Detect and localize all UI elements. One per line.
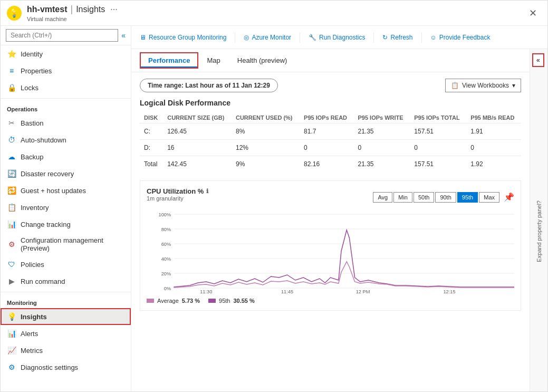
90th-button[interactable]: 90th xyxy=(435,192,456,203)
svg-text:11:30: 11:30 xyxy=(200,289,212,293)
sidebar-item-configuration-management[interactable]: ⚙ Configuration management (Preview) xyxy=(1,233,131,256)
sidebar-item-guest-host-updates[interactable]: 🔁 Guest + host updates xyxy=(1,182,131,199)
svg-text:12 PM: 12 PM xyxy=(356,289,370,293)
expand-panel-label: Expand property panel? xyxy=(536,200,542,262)
svg-text:0%: 0% xyxy=(164,286,171,291)
min-button[interactable]: Min xyxy=(393,192,412,203)
cpu-chart-area: 100% 80% 60% 40% 20% 0% 11:30 11:45 12 P… xyxy=(147,209,514,293)
max-button[interactable]: Max xyxy=(479,192,499,203)
cell-disk-c: C: xyxy=(140,123,163,140)
monitoring-section-label: Monitoring xyxy=(1,294,131,308)
policies-icon: 🛡 xyxy=(7,260,16,269)
provide-feedback-button[interactable]: ☺ Provide Feedback xyxy=(430,34,491,41)
cpu-chart-header: CPU Utilization % ℹ 1m granularity Avg M… xyxy=(147,187,514,207)
sidebar-item-change-tracking[interactable]: 📊 Change tracking xyxy=(1,216,131,233)
toolbar: 🖥 Resource Group Monitoring ◎ Azure Moni… xyxy=(131,26,547,49)
time-range-prefix: Time range: xyxy=(148,82,184,89)
legend-95th: 95th 30.55 % xyxy=(208,298,255,304)
95th-color-swatch xyxy=(208,299,216,303)
svg-text:12:15: 12:15 xyxy=(443,289,455,293)
disk-performance-section: Logical Disk Performance DISK CURRENT SI… xyxy=(131,99,530,180)
disk-performance-title: Logical Disk Performance xyxy=(140,99,521,107)
search-input[interactable] xyxy=(6,29,118,42)
tab-map[interactable]: Map xyxy=(198,51,228,70)
collapse-sidebar-button[interactable]: « xyxy=(121,31,126,40)
tab-performance[interactable]: Performance xyxy=(140,52,198,69)
refresh-icon: ↻ xyxy=(382,34,388,41)
cell-size-d: 16 xyxy=(163,140,232,156)
view-workbooks-button[interactable]: 📋 View Workbooks ▾ xyxy=(445,79,521,92)
azure-monitor-button[interactable]: ◎ Azure Monitor xyxy=(244,34,291,41)
tab-health[interactable]: Health (preview) xyxy=(229,51,296,70)
table-row: D: 16 12% 0 0 0 0 xyxy=(140,140,521,156)
sidebar-item-disaster-recovery[interactable]: 🔄 Disaster recovery xyxy=(1,165,131,182)
time-range-pill[interactable]: Time range: Last hour as of 11 Jan 12:29 xyxy=(140,79,278,92)
sidebar-item-inventory[interactable]: 📋 Inventory xyxy=(1,199,131,216)
resource-group-monitoring-button[interactable]: 🖥 Resource Group Monitoring xyxy=(140,34,226,41)
svg-text:60%: 60% xyxy=(161,242,171,247)
info-icon: ℹ xyxy=(206,188,208,195)
95th-label: 95th xyxy=(219,298,230,304)
workbooks-icon: 📋 xyxy=(451,82,459,89)
sidebar-item-policies[interactable]: 🛡 Policies xyxy=(1,256,131,273)
sidebar-item-identity[interactable]: ⭐ Identity xyxy=(1,45,131,62)
svg-text:20%: 20% xyxy=(161,271,171,276)
sidebar-item-label: Guest + host updates xyxy=(21,187,86,195)
svg-text:11:45: 11:45 xyxy=(281,289,293,293)
sidebar-item-diagnostic-settings[interactable]: ⚙ Diagnostic settings xyxy=(1,359,131,376)
sidebar-item-properties[interactable]: ≡ Properties xyxy=(1,62,131,79)
50th-button[interactable]: 50th xyxy=(414,192,434,203)
azure-monitor-icon: ◎ xyxy=(244,34,249,41)
sidebar-item-label: Configuration management (Preview) xyxy=(21,236,124,252)
sidebar-item-label: Metrics xyxy=(21,347,43,355)
expand-panel-button[interactable]: « xyxy=(532,53,544,67)
toolbar-sep-1 xyxy=(235,32,235,43)
pin-icon[interactable]: 📌 xyxy=(504,192,514,202)
sidebar-item-bastion[interactable]: ✂ Bastion xyxy=(1,114,131,131)
app-header: 💡 hh-vmtest | Insights ··· Virtual machi… xyxy=(1,1,547,26)
run-diagnostics-button[interactable]: 🔧 Run Diagnostics xyxy=(309,34,365,41)
toolbar-sep-4 xyxy=(421,32,422,43)
app-icon: 💡 xyxy=(7,6,22,21)
table-row: Total 142.45 9% 82.16 21.35 157.51 1.92 xyxy=(140,156,521,173)
95th-button[interactable]: 95th xyxy=(457,192,478,203)
sidebar-item-run-command[interactable]: ▶ Run command xyxy=(1,273,131,290)
sidebar-item-auto-shutdown[interactable]: ⏱ Auto-shutdown xyxy=(1,131,131,148)
main-layout: « ⭐ Identity ≡ Properties 🔒 Locks Operat… xyxy=(1,26,547,391)
sidebar-item-metrics[interactable]: 📈 Metrics xyxy=(1,342,131,359)
col-size: CURRENT SIZE (GB) xyxy=(163,112,232,123)
sidebar-item-locks[interactable]: 🔒 Locks xyxy=(1,79,131,96)
average-label: Average xyxy=(157,298,179,304)
tabs-bar: Performance Map Health (preview) xyxy=(131,49,530,72)
col-used: CURRENT USED (%) xyxy=(232,112,300,123)
sidebar-item-label: Run command xyxy=(21,278,65,285)
vm-name: hh-vmtest xyxy=(27,5,67,14)
app-title-group: hh-vmtest | Insights ··· Virtual machine xyxy=(27,4,118,22)
cell-read-d: 0 xyxy=(300,140,353,156)
sidebar-item-label: Alerts xyxy=(21,330,38,338)
more-options-button[interactable]: ··· xyxy=(110,5,117,14)
cpu-chart-title: CPU Utilization % ℹ xyxy=(147,187,208,195)
cell-read-total: 82.16 xyxy=(300,156,353,173)
sidebar-item-label: Diagnostic settings xyxy=(21,364,78,371)
sidebar-item-label: Change tracking xyxy=(21,221,71,228)
sidebar-item-label: Auto-shutdown xyxy=(21,136,66,144)
cell-mb-total: 1.92 xyxy=(466,156,521,173)
metrics-icon: 📈 xyxy=(7,346,16,355)
svg-text:100%: 100% xyxy=(159,212,171,217)
sidebar-item-insights[interactable]: 💡 Insights xyxy=(1,308,131,325)
close-button[interactable]: ✕ xyxy=(525,5,541,21)
cell-used-total: 9% xyxy=(232,156,300,173)
sidebar-item-backup[interactable]: ☁ Backup xyxy=(1,148,131,165)
cell-disk-total: Total xyxy=(140,156,163,173)
toolbar-sep-3 xyxy=(373,32,374,43)
cell-write-c: 21.35 xyxy=(353,123,410,140)
run-command-icon: ▶ xyxy=(7,276,16,286)
view-workbooks-label: View Workbooks xyxy=(462,82,509,89)
avg-button[interactable]: Avg xyxy=(373,192,392,203)
average-value: 5.73 % xyxy=(182,298,200,304)
sidebar-item-alerts[interactable]: 📊 Alerts xyxy=(1,325,131,342)
title-separator: | xyxy=(70,4,73,15)
refresh-button[interactable]: ↻ Refresh xyxy=(382,34,412,41)
feedback-icon: ☺ xyxy=(430,34,437,41)
